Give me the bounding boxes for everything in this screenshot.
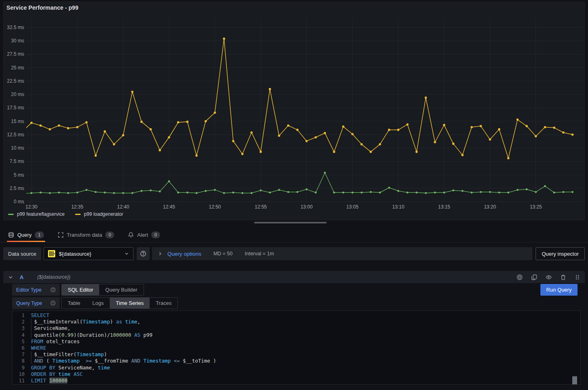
panel-resize-handle[interactable] — [254, 222, 327, 223]
tab-count-badge: 0 — [105, 231, 114, 238]
tab-label: Transform data — [67, 232, 102, 238]
query-options-link: Query options — [167, 251, 201, 257]
svg-text:13:25: 13:25 — [530, 204, 542, 210]
query-datasource-hint: (${datasource}) — [37, 274, 70, 280]
svg-text:15 ms: 15 ms — [11, 119, 24, 124]
collapse-chevron-icon[interactable] — [8, 275, 13, 280]
option-logs[interactable]: Logs — [86, 298, 110, 309]
editor-scrollbar-thumb[interactable] — [572, 376, 577, 384]
query-type-label-text: Query Type — [16, 300, 42, 306]
svg-text:5 ms: 5 ms — [14, 172, 24, 178]
code-line: 10ORDER BY time ASC — [13, 371, 580, 377]
code-line: 5FROM otel_traces — [13, 338, 580, 345]
query-options-interval: Interval = 1m — [245, 251, 274, 257]
chart-legend: p99 featureflagservice p99 loadgenerator — [8, 211, 123, 217]
svg-text:30 ms: 30 ms — [11, 38, 24, 44]
code-line: 1SELECT — [13, 312, 580, 319]
code-line: 8 AND ( Timestamp >= $__fromTime AND Tim… — [13, 358, 580, 364]
info-circle-icon[interactable] — [50, 287, 56, 292]
svg-text:13:05: 13:05 — [346, 204, 359, 210]
option-table[interactable]: Table — [62, 298, 86, 309]
clickhouse-logo-icon — [48, 250, 55, 257]
legend-item-loadgenerator[interactable]: p99 loadgenerator — [75, 211, 123, 217]
query-tabbar: Query 1 Transform data 0 Alert 0 — [0, 227, 588, 242]
svg-text:20 ms: 20 ms — [11, 92, 24, 97]
svg-text:12.5 ms: 12.5 ms — [7, 132, 24, 138]
query-toolbar: Data source ${datasource} — [3, 247, 585, 260]
editor-type-label: Editor Type — [12, 284, 60, 296]
query-type-radio-group: TableLogsTime SeriesTraces — [61, 297, 178, 309]
query-options-bar[interactable]: Query options MD = 50 Interval = 1m — [152, 247, 532, 260]
query-row-header[interactable]: A (${datasource}) — [3, 271, 585, 283]
drag-handle-grip-icon[interactable] — [575, 274, 580, 280]
option-time-series[interactable]: Time Series — [110, 298, 150, 309]
svg-text:7.5 ms: 7.5 ms — [10, 159, 24, 164]
svg-text:12:35: 12:35 — [71, 204, 83, 210]
code-line: 3 ServiceName, — [13, 325, 580, 332]
svg-text:27.5 ms: 27.5 ms — [7, 51, 24, 57]
legend-swatch-yellow — [75, 214, 81, 215]
datasource-label: Data source — [3, 247, 41, 260]
sql-code-lines: 1SELECT2 $__timeInterval(Timestamp) as t… — [13, 312, 580, 384]
panel-title[interactable]: Service Performance - p99 — [6, 4, 78, 11]
svg-text:12:55: 12:55 — [254, 204, 267, 210]
svg-text:12:30: 12:30 — [25, 204, 38, 210]
legend-swatch-green — [8, 214, 14, 215]
datasource-picker[interactable]: ${datasource} — [44, 247, 133, 260]
record-circle-icon[interactable] — [517, 274, 523, 280]
query-ref-id: A — [20, 274, 23, 280]
svg-text:13:00: 13:00 — [300, 204, 313, 210]
run-query-button[interactable]: Run Query — [540, 284, 578, 296]
editor-type-row: Editor Type SQL EditorQuery Builder — [12, 284, 144, 296]
editor-type-label-text: Editor Type — [16, 287, 42, 293]
query-inspector-button[interactable]: Query inspector — [536, 247, 585, 260]
query-options-md: MD = 50 — [213, 251, 233, 257]
tab-count-badge: 1 — [35, 231, 44, 238]
editor-type-radio-group: SQL EditorQuery Builder — [61, 284, 144, 296]
tab-alert[interactable]: Alert 0 — [128, 227, 160, 242]
svg-text:12:45: 12:45 — [163, 204, 175, 210]
option-sql-editor[interactable]: SQL Editor — [62, 284, 99, 295]
svg-text:32.5 ms: 32.5 ms — [7, 25, 24, 30]
database-icon — [8, 232, 14, 238]
delete-query-trash-icon[interactable] — [560, 274, 566, 280]
svg-text:0 ms: 0 ms — [14, 199, 24, 204]
tab-label: Alert — [137, 232, 148, 238]
datasource-value: ${datasource} — [59, 251, 121, 257]
tab-count-badge: 0 — [151, 231, 160, 238]
svg-text:2.5 ms: 2.5 ms — [10, 186, 24, 191]
query-type-row: Query Type TableLogsTime SeriesTraces — [12, 297, 178, 309]
info-circle-icon[interactable] — [50, 300, 56, 306]
bell-icon — [128, 232, 134, 238]
code-line: 6WHERE — [13, 345, 580, 351]
code-line: 4 quantile(0.99)(Duration)/1000000 AS p9… — [13, 332, 580, 338]
duplicate-query-icon[interactable] — [531, 274, 537, 280]
datasource-help-button[interactable] — [137, 247, 150, 260]
svg-text:10 ms: 10 ms — [11, 145, 24, 151]
option-query-builder[interactable]: Query Builder — [99, 284, 143, 295]
svg-text:12:40: 12:40 — [117, 204, 129, 210]
code-line: 11LIMIT 100000 — [13, 377, 580, 384]
transform-icon — [58, 232, 64, 238]
legend-label: p99 loadgenerator — [84, 211, 123, 217]
sql-code-editor[interactable]: 1SELECT2 $__timeInterval(Timestamp) as t… — [12, 311, 581, 385]
option-traces[interactable]: Traces — [150, 298, 177, 309]
question-circle-icon — [140, 250, 146, 257]
tab-label: Query — [17, 232, 31, 238]
hide-response-eye-icon[interactable] — [546, 274, 552, 280]
legend-item-featureflagservice[interactable]: p99 featureflagservice — [8, 211, 65, 217]
code-line: 2 $__timeInterval(Timestamp) as time, — [13, 319, 580, 325]
chevron-right-icon — [158, 251, 163, 256]
tab-transform-data[interactable]: Transform data 0 — [58, 227, 115, 242]
svg-text:17.5 ms: 17.5 ms — [7, 105, 24, 111]
svg-text:13:15: 13:15 — [438, 204, 450, 210]
code-line: 9GROUP BY ServiceName, time — [13, 365, 580, 371]
svg-text:12:50: 12:50 — [209, 204, 221, 210]
tab-query[interactable]: Query 1 — [8, 227, 44, 242]
query-type-label: Query Type — [12, 297, 60, 309]
chevron-down-icon — [124, 251, 129, 256]
svg-text:13:10: 13:10 — [392, 204, 405, 210]
legend-label: p99 featureflagservice — [17, 211, 65, 217]
svg-text:13:20: 13:20 — [484, 204, 496, 210]
timeseries-chart[interactable]: 0 ms2.5 ms5 ms7.5 ms10 ms12.5 ms15 ms17.… — [0, 0, 588, 220]
